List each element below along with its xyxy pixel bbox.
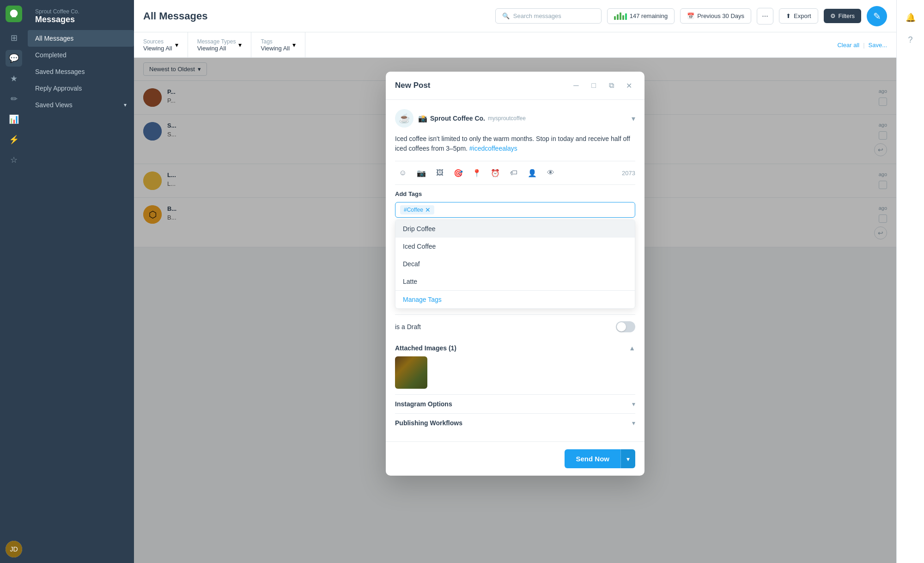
message-types-chevron: ▾ (238, 41, 242, 49)
nav-icon-star[interactable]: ☆ (6, 152, 22, 168)
sources-chevron: ▾ (175, 41, 178, 49)
draft-label: is a Draft (395, 323, 421, 330)
nav-icon-automation[interactable]: ⚡ (6, 131, 22, 148)
tag-option-decaf[interactable]: Decaf (395, 255, 635, 273)
sidebar-item-all-messages[interactable]: All Messages (28, 30, 134, 47)
alarm-button[interactable]: ⏰ (487, 165, 503, 181)
tags-filter[interactable]: Tags Viewing All ▾ (261, 32, 305, 57)
publishing-workflows-title: Publishing Workflows (395, 419, 462, 427)
restore-button[interactable]: ⧉ (605, 79, 618, 92)
minimize-button[interactable]: ─ (570, 79, 583, 92)
send-now-group: Send Now ▾ (565, 449, 635, 468)
close-button[interactable]: ✕ (622, 79, 635, 92)
modal-body: ☕ 📸 Sprout Coffee Co. mysproutcoffee ▾ (386, 100, 644, 441)
sidebar-header: Sprout Coffee Co. Messages (28, 0, 134, 30)
account-name: Sprout Coffee Co. (430, 115, 485, 122)
export-button[interactable]: ⬆ Export (779, 8, 818, 24)
date-range-button[interactable]: 📅 Previous 30 Days (680, 8, 751, 24)
post-account-avatar: ☕ (395, 109, 413, 128)
saved-views-chevron: ▾ (124, 102, 127, 108)
user-avatar[interactable]: JD (6, 541, 22, 557)
filters-button[interactable]: ⚙ Filters (824, 9, 861, 23)
export-icon: ⬆ (786, 12, 791, 19)
nav-icon-home[interactable]: ⊞ (6, 30, 22, 46)
publishing-workflows-chevron[interactable]: ▾ (632, 419, 635, 427)
sidebar-item-completed[interactable]: Completed (28, 47, 134, 63)
filter-bar: Sources Viewing All ▾ Message Types View… (134, 32, 896, 58)
remaining-count: 147 remaining (630, 12, 668, 19)
attached-images-chevron[interactable]: ▲ (629, 344, 635, 352)
tag-chip-label: #Coffee (404, 207, 423, 213)
nav-icon-compose[interactable]: ✏ (6, 91, 22, 107)
filters-icon: ⚙ (830, 12, 836, 19)
tag-option-latte[interactable]: Latte (395, 273, 635, 290)
emoji-button[interactable]: ☺ (395, 165, 411, 181)
remaining-badge[interactable]: 147 remaining (607, 8, 675, 24)
account-selector[interactable]: ☕ 📸 Sprout Coffee Co. mysproutcoffee ▾ (395, 109, 635, 134)
current-tag-chip: #Coffee ✕ (400, 205, 434, 214)
person-button[interactable]: 👤 (524, 165, 540, 181)
sidebar-item-reply-approvals[interactable]: Reply Approvals (28, 80, 134, 97)
save-filter-button[interactable]: Save... (869, 42, 887, 49)
app-logo[interactable] (6, 6, 22, 22)
eye-button[interactable]: 👁 (543, 165, 559, 181)
tag-dropdown: Drip Coffee Iced Coffee Decaf Latte (395, 220, 635, 309)
nav-icon-messages[interactable]: 💬 (6, 50, 22, 67)
image-thumbnail[interactable] (395, 356, 427, 389)
manage-tags-link[interactable]: Manage Tags (395, 290, 635, 308)
account-expand-chevron[interactable]: ▾ (632, 114, 635, 123)
publishing-workflows-section: Publishing Workflows ▾ (395, 414, 635, 432)
sources-filter[interactable]: Sources Viewing All ▾ (143, 32, 188, 57)
send-now-dropdown-button[interactable]: ▾ (620, 449, 635, 468)
location-button[interactable]: 🎯 (450, 165, 466, 181)
tag-button[interactable]: 🏷 (506, 165, 522, 181)
post-text-area[interactable]: Iced coffee isn't limited to only the wa… (395, 134, 635, 153)
messages-area: Newest to Oldest ▾ P... P... ago (134, 58, 896, 563)
draft-toggle[interactable] (616, 321, 635, 332)
modal-overlay: New Post ─ □ ⧉ ✕ ☕ 📸 (134, 58, 896, 563)
compose-icon: ✎ (873, 11, 881, 22)
modal-title: New Post (395, 81, 431, 90)
photo-button[interactable]: 📷 (413, 165, 429, 181)
send-now-button[interactable]: Send Now (565, 449, 620, 468)
thumbnail-row (395, 356, 635, 389)
notifications-icon[interactable]: 🔔 (902, 9, 919, 26)
tag-chip-remove-button[interactable]: ✕ (425, 207, 431, 213)
nav-icon-analytics[interactable]: 📊 (6, 111, 22, 128)
post-hashtag[interactable]: #icedcoffeealays (469, 145, 517, 152)
sidebar-item-saved-views[interactable]: Saved Views ▾ (28, 97, 134, 113)
compose-button[interactable]: ✎ (867, 6, 887, 26)
tag-input[interactable]: #Coffee ✕ (395, 202, 635, 218)
maximize-button[interactable]: □ (587, 79, 600, 92)
tags-section-title: Add Tags (395, 190, 635, 197)
attached-images-section: Attached Images (1) ▲ (395, 339, 635, 395)
left-nav: ⊞ 💬 ★ ✏ 📊 ⚡ ☆ JD (0, 0, 28, 563)
sidebar-section-title: Messages (35, 15, 127, 24)
help-icon[interactable]: ? (902, 31, 919, 48)
location-pin-button[interactable]: 📍 (469, 165, 485, 181)
modal-footer: Send Now ▾ (386, 441, 644, 476)
nav-icon-tasks[interactable]: ★ (6, 70, 22, 87)
sources-label: Sources (143, 38, 172, 45)
tag-option-drip-coffee[interactable]: Drip Coffee (395, 220, 635, 238)
page-title: All Messages (143, 10, 490, 22)
clear-all-button[interactable]: Clear all (837, 42, 859, 49)
filters-label: Filters (839, 12, 855, 19)
sidebar-brand: Sprout Coffee Co. (35, 8, 127, 15)
sidebar-item-saved-messages[interactable]: Saved Messages (28, 63, 134, 80)
more-options-button[interactable]: ··· (757, 8, 773, 24)
message-types-value: Viewing All (197, 45, 236, 52)
section-header: Attached Images (1) ▲ (395, 344, 635, 352)
draft-toggle-row: is a Draft (395, 315, 635, 339)
instagram-icon: 📸 (418, 114, 427, 123)
tag-option-iced-coffee[interactable]: Iced Coffee (395, 238, 635, 255)
instagram-options-section: Instagram Options ▾ (395, 395, 635, 414)
instagram-options-header[interactable]: Instagram Options ▾ (395, 400, 635, 408)
search-box[interactable]: 🔍 Search messages (495, 8, 602, 24)
message-types-filter[interactable]: Message Types Viewing All ▾ (197, 32, 252, 57)
gallery-button[interactable]: 🖼 (432, 165, 448, 181)
date-range-label: Previous 30 Days (697, 12, 744, 19)
instagram-options-chevron[interactable]: ▾ (632, 400, 635, 408)
post-toolbar: ☺ 📷 🖼 🎯 📍 ⏰ 🏷 👤 👁 2073 (395, 161, 635, 185)
publishing-workflows-header[interactable]: Publishing Workflows ▾ (395, 419, 635, 427)
